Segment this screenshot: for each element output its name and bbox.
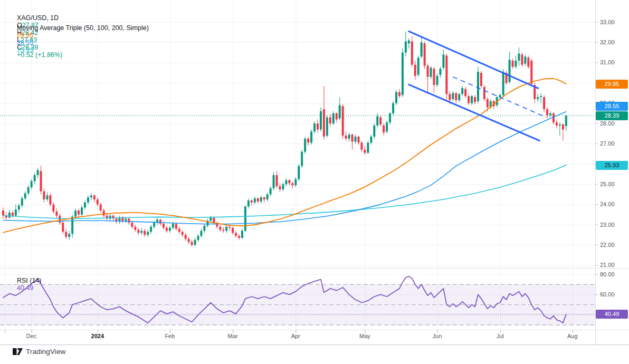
candle bbox=[379, 117, 382, 124]
rsi-indicator-legend[interactable]: RSI (14) 40.49 bbox=[9, 270, 45, 299]
candle bbox=[15, 209, 17, 216]
candle bbox=[31, 181, 33, 187]
candle bbox=[543, 97, 545, 109]
ma200-value: 25.93 bbox=[17, 46, 33, 54]
rsi-pane bbox=[0, 276, 595, 325]
candle bbox=[65, 232, 67, 237]
tradingview-logo-text: TradingView bbox=[26, 348, 65, 356]
candle bbox=[128, 218, 130, 223]
candle bbox=[355, 137, 357, 142]
candle bbox=[436, 76, 438, 85]
candle bbox=[84, 203, 86, 208]
candle bbox=[367, 142, 369, 152]
candle bbox=[263, 197, 265, 199]
candle bbox=[103, 210, 105, 216]
candle bbox=[477, 72, 479, 101]
candle bbox=[370, 137, 372, 143]
price-axis-label: 28.00 bbox=[600, 120, 615, 127]
candle bbox=[386, 122, 388, 131]
time-axis-label: Jun bbox=[433, 333, 442, 339]
candle bbox=[213, 218, 215, 223]
candle bbox=[458, 94, 460, 100]
price-axis-label: 33.00 bbox=[600, 19, 615, 26]
candle bbox=[530, 61, 532, 84]
candle bbox=[225, 227, 227, 231]
candle bbox=[97, 199, 99, 205]
candle bbox=[228, 227, 231, 228]
candle bbox=[169, 228, 171, 231]
candle bbox=[24, 193, 26, 198]
time-axis-label: 2024 bbox=[91, 333, 104, 339]
candle bbox=[549, 113, 551, 116]
candle bbox=[499, 95, 501, 97]
candle bbox=[455, 93, 457, 100]
candle bbox=[559, 124, 561, 126]
candle bbox=[40, 171, 42, 191]
candle bbox=[46, 195, 48, 199]
candle bbox=[537, 97, 539, 99]
candle bbox=[74, 210, 77, 217]
candle bbox=[357, 137, 359, 143]
candle bbox=[565, 116, 567, 126]
time-axis-label: Apr bbox=[291, 333, 300, 339]
candle bbox=[185, 235, 187, 239]
candle bbox=[93, 195, 96, 199]
candle bbox=[442, 54, 444, 68]
candle bbox=[323, 109, 325, 137]
candle bbox=[34, 175, 36, 181]
candle bbox=[134, 227, 136, 230]
candle bbox=[339, 105, 341, 118]
time-axis-label: Feb bbox=[165, 333, 175, 339]
candle bbox=[288, 180, 290, 184]
price-axis-label: 24.00 bbox=[600, 201, 615, 208]
tradingview-chart: XAG/USD, 1D O27.87 H28.42 L27.63 C28.39 … bbox=[0, 0, 629, 364]
candle bbox=[140, 231, 142, 233]
candle bbox=[222, 230, 224, 231]
tradingview-logo[interactable]: TradingView bbox=[13, 348, 65, 356]
ma-indicator-title: Moving Average Triple (50, 100, 200, Sim… bbox=[17, 24, 149, 32]
candle bbox=[87, 197, 89, 203]
ma-indicator-legend[interactable]: Moving Average Triple (50, 100, 200, Sim… bbox=[9, 17, 152, 61]
candle bbox=[291, 183, 293, 185]
candle bbox=[452, 93, 454, 99]
candle bbox=[209, 218, 212, 221]
price-badge-ma200: 25.93 bbox=[596, 161, 628, 170]
candle bbox=[194, 240, 196, 245]
candle bbox=[487, 99, 489, 107]
price-axis-label: 31.00 bbox=[600, 59, 615, 66]
candle bbox=[439, 69, 441, 75]
candle bbox=[55, 212, 58, 216]
candle bbox=[298, 166, 300, 179]
moving-averages bbox=[3, 79, 566, 233]
candle bbox=[364, 150, 366, 153]
time-axis-label: May bbox=[359, 333, 370, 339]
candle bbox=[320, 111, 322, 130]
candle bbox=[273, 175, 275, 188]
candle bbox=[471, 96, 473, 103]
candle bbox=[360, 142, 363, 149]
candle bbox=[521, 54, 523, 64]
candle bbox=[326, 117, 328, 136]
candle bbox=[166, 228, 168, 231]
candle bbox=[247, 200, 250, 207]
candle bbox=[474, 97, 476, 102]
candle bbox=[345, 136, 347, 139]
candle bbox=[389, 113, 391, 122]
rsi-title: RSI (14) bbox=[17, 277, 42, 284]
candle bbox=[219, 227, 221, 230]
candle bbox=[52, 205, 54, 212]
candle bbox=[449, 94, 451, 100]
price-axis-label: 22.00 bbox=[600, 242, 615, 248]
price-axis-label: 21.00 bbox=[600, 262, 615, 269]
candle bbox=[546, 109, 548, 116]
candle bbox=[342, 106, 344, 136]
candle bbox=[178, 229, 180, 232]
candle bbox=[427, 66, 429, 77]
candle bbox=[150, 227, 152, 232]
price-axis-label: 27.00 bbox=[600, 140, 615, 147]
candle bbox=[524, 56, 526, 63]
candle bbox=[159, 219, 161, 224]
candle bbox=[307, 139, 309, 143]
candle bbox=[232, 228, 234, 233]
candle bbox=[313, 123, 316, 131]
